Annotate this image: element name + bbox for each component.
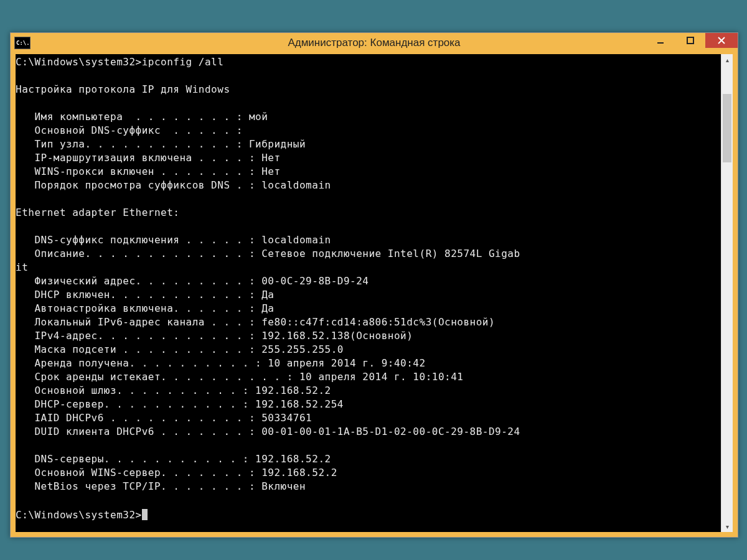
terminal-output[interactable]: C:\Windows\system32>ipconfig /all Настро… [16, 54, 721, 532]
cmd-icon: C:\. [14, 37, 31, 49]
scroll-thumb[interactable] [723, 94, 731, 162]
minimize-button[interactable] [646, 33, 675, 48]
scroll-up-arrow-icon[interactable]: ▴ [721, 54, 733, 65]
scroll-down-arrow-icon[interactable]: ▾ [721, 521, 733, 532]
vertical-scrollbar[interactable]: ▴ ▾ [721, 54, 733, 532]
cursor [142, 509, 148, 520]
window-buttons [646, 33, 738, 48]
titlebar[interactable]: C:\. Администратор: Командная строка [11, 33, 738, 53]
window-title: Администратор: Командная строка [11, 37, 738, 49]
close-button[interactable] [705, 33, 738, 48]
svg-rect-1 [687, 37, 693, 44]
maximize-button[interactable] [675, 33, 705, 48]
client-area: C:\Windows\system32>ipconfig /all Настро… [16, 54, 733, 532]
command-prompt-window: C:\. Администратор: Командная строка C:\… [10, 32, 738, 538]
